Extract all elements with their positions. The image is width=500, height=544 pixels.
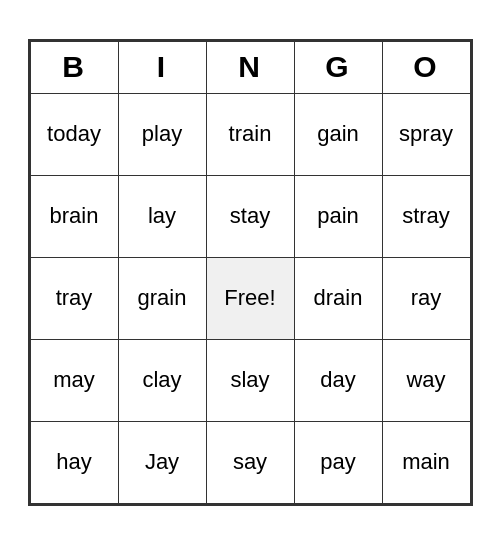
table-cell: lay <box>118 175 206 257</box>
bingo-table: B I N G O todayplaytraingainspraybrainla… <box>30 41 471 504</box>
table-cell: Free! <box>206 257 294 339</box>
table-row: traygrainFree!drainray <box>30 257 470 339</box>
table-cell: brain <box>30 175 118 257</box>
table-cell: stay <box>206 175 294 257</box>
table-cell: train <box>206 93 294 175</box>
table-cell: stray <box>382 175 470 257</box>
table-row: mayclayslaydayway <box>30 339 470 421</box>
header-o: O <box>382 41 470 93</box>
table-cell: pay <box>294 421 382 503</box>
table-cell: way <box>382 339 470 421</box>
table-row: todayplaytraingainspray <box>30 93 470 175</box>
header-row: B I N G O <box>30 41 470 93</box>
table-cell: pain <box>294 175 382 257</box>
table-cell: may <box>30 339 118 421</box>
table-cell: today <box>30 93 118 175</box>
table-cell: drain <box>294 257 382 339</box>
table-cell: gain <box>294 93 382 175</box>
table-cell: day <box>294 339 382 421</box>
bingo-body: todayplaytraingainspraybrainlaystaypains… <box>30 93 470 503</box>
table-row: hayJaysaypaymain <box>30 421 470 503</box>
header-i: I <box>118 41 206 93</box>
table-row: brainlaystaypainstray <box>30 175 470 257</box>
table-cell: say <box>206 421 294 503</box>
header-n: N <box>206 41 294 93</box>
table-cell: clay <box>118 339 206 421</box>
bingo-card: B I N G O todayplaytraingainspraybrainla… <box>28 39 473 506</box>
table-cell: slay <box>206 339 294 421</box>
table-cell: hay <box>30 421 118 503</box>
table-cell: play <box>118 93 206 175</box>
table-cell: tray <box>30 257 118 339</box>
table-cell: spray <box>382 93 470 175</box>
header-b: B <box>30 41 118 93</box>
table-cell: Jay <box>118 421 206 503</box>
table-cell: ray <box>382 257 470 339</box>
header-g: G <box>294 41 382 93</box>
table-cell: main <box>382 421 470 503</box>
table-cell: grain <box>118 257 206 339</box>
